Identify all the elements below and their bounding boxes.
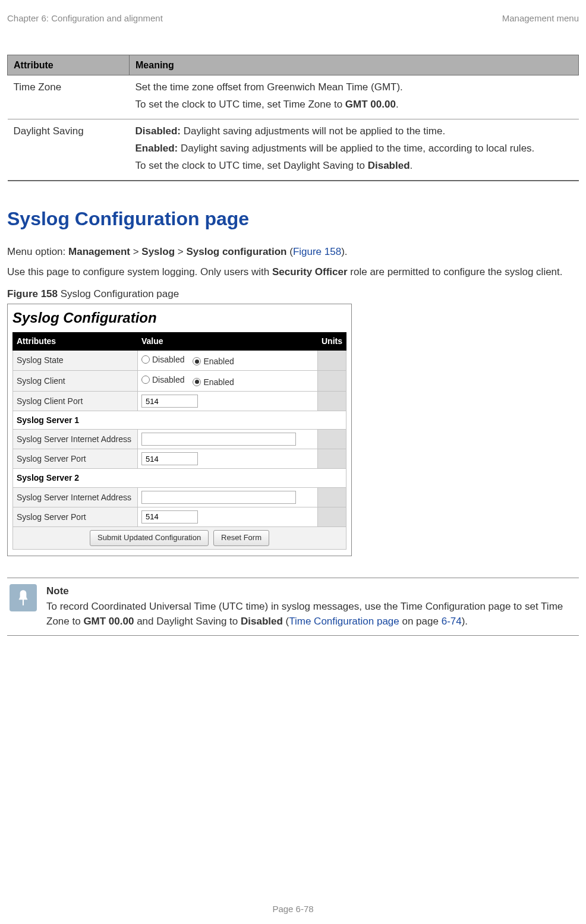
row-value [138,507,318,526]
row-units [318,449,346,469]
button-row: Submit Updated Configuration Reset Form [13,526,346,549]
role-name: Security Officer [272,266,348,277]
table-row: Syslog Server Port [13,449,346,469]
attribute-meaning-table: Attribute Meaning Time Zone Set the time… [7,55,579,181]
text: ( [283,616,289,627]
breadcrumb: Syslog configuration [186,246,286,257]
section-heading: Syslog Configuration page [7,205,579,232]
section-label: Management menu [502,12,579,25]
table-row: Syslog Client Disabled Enabled [13,371,346,392]
menu-option-line: Menu option: Management > Syslog > Syslo… [7,245,579,260]
section-server1: Syslog Server 1 [13,411,346,430]
row-value [138,449,318,469]
row-label: Syslog Server Port [13,507,138,526]
radio-label: Enabled [203,355,234,367]
row-value: Disabled Enabled [138,371,318,392]
radio-enabled[interactable]: Enabled [193,355,234,367]
chapter-label: Chapter 6: Configuration and alignment [7,12,163,25]
table-row: Syslog Client Port [13,392,346,411]
meaning-bold: Disabled: [136,125,181,137]
meaning-text: Daylight saving adjustments will not be … [181,125,445,137]
col-units: Units [318,333,346,350]
meaning-bold: Enabled: [136,143,178,154]
attr-meaning: Set the time zone offset from Greenwich … [130,75,579,119]
reset-button[interactable]: Reset Form [213,530,269,546]
server1-port-input[interactable] [141,452,198,465]
text: > [175,246,186,257]
row-units [318,350,346,371]
table-header-attribute: Attribute [8,55,130,75]
note-body: Note To record Coordinated Universal Tim… [46,584,576,629]
table-row: Syslog Server 2 [13,469,346,487]
meaning-text: . [396,99,399,110]
text: ). [341,246,347,257]
table-row: Syslog State Disabled Enabled [13,350,346,371]
meaning-bold: Disabled [368,160,410,171]
radio-disabled[interactable]: Disabled [141,354,184,365]
row-label: Syslog State [13,350,138,371]
radio-label: Disabled [152,354,184,365]
meaning-text: Daylight saving adjustments will be appl… [178,143,534,154]
usage-text: Use this page to configure system loggin… [7,265,579,280]
radio-label: Disabled [152,374,184,386]
row-label: Syslog Server Internet Address [13,487,138,507]
table-row: Syslog Server Port [13,507,346,526]
table-row: Time Zone Set the time zone offset from … [8,75,579,119]
figure-heading: Syslog Configuration [12,308,346,329]
section-server2: Syslog Server 2 [13,469,346,487]
syslog-config-table: Attributes Value Units Syslog State Disa… [12,332,346,549]
text: ( [287,246,293,257]
figure-caption: Figure 158 Syslog Configuration page [7,287,579,302]
row-value [138,392,318,411]
text: ). [462,616,468,627]
table-header-meaning: Meaning [130,55,579,75]
row-units [318,487,346,507]
row-units [318,430,346,449]
note-text: To record Coordinated Universal Time (UT… [46,600,576,629]
meaning-bold: GMT 00.00 [345,99,396,110]
col-value: Value [138,333,318,350]
bold-text: GMT 00.00 [83,616,134,627]
radio-enabled[interactable]: Enabled [193,376,234,388]
text: Menu option: [7,246,68,257]
client-port-input[interactable] [141,395,198,408]
meaning-text: To set the clock to UTC time, set Time Z… [136,99,345,110]
table-row: Submit Updated Configuration Reset Form [13,526,346,549]
page-header: Chapter 6: Configuration and alignment M… [7,12,579,25]
figure-screenshot: Syslog Configuration Attributes Value Un… [7,304,352,556]
breadcrumb: Syslog [141,246,175,257]
server1-address-input[interactable] [141,433,296,446]
row-label: Syslog Client [13,371,138,392]
row-units [318,507,346,526]
table-row: Syslog Server 1 [13,411,346,430]
server2-address-input[interactable] [141,491,296,504]
page-ref-link[interactable]: 6-74 [442,616,462,627]
text: > [130,246,141,257]
meaning-text: . [410,160,413,171]
note-title: Note [46,584,576,599]
server2-port-input[interactable] [141,510,198,524]
meaning-text: To set the clock to UTC time, set Daylig… [136,160,368,171]
text: and Daylight Saving to [134,616,241,627]
radio-label: Enabled [203,376,234,388]
note-pin-icon [10,584,37,611]
breadcrumb: Management [68,246,130,257]
text: Use this page to configure system loggin… [7,266,272,277]
figure-number: Figure 158 [7,288,58,299]
row-value [138,430,318,449]
page-link[interactable]: Time Configuration page [289,616,399,627]
attr-name: Daylight Saving [8,119,130,181]
submit-button[interactable]: Submit Updated Configuration [90,530,209,546]
row-value [138,487,318,507]
attr-name: Time Zone [8,75,130,119]
text: on page [399,616,442,627]
row-label: Syslog Server Port [13,449,138,469]
page-footer: Page 6-78 [0,903,586,916]
row-value: Disabled Enabled [138,350,318,371]
row-label: Syslog Client Port [13,392,138,411]
table-row: Syslog Server Internet Address [13,487,346,507]
table-row: Syslog Server Internet Address [13,430,346,449]
radio-disabled[interactable]: Disabled [141,374,184,386]
row-units [318,371,346,392]
figure-link[interactable]: Figure 158 [293,246,341,257]
